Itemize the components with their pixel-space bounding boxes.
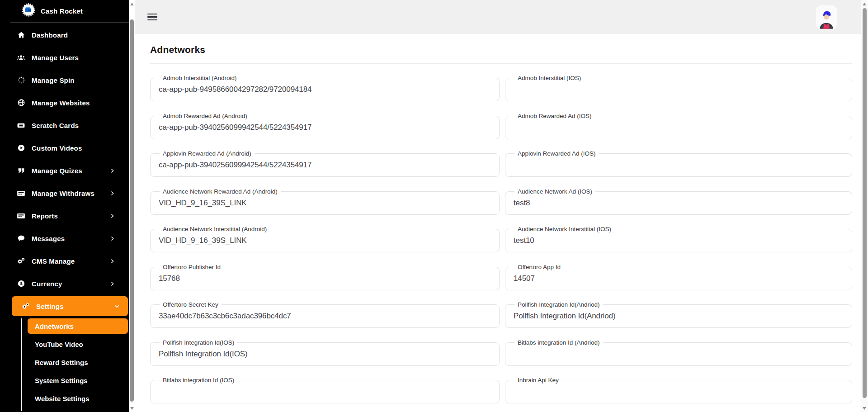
sidebar-item-settings[interactable]: Settings	[12, 296, 128, 316]
input-field-admob-rewarded-ad-android[interactable]: Admob Rewarded Ad (Android)ca-app-pub-39…	[150, 116, 500, 139]
sidebar-item-manage-quizes[interactable]: Manage Quizes	[0, 159, 129, 182]
field-label: Admob Interstitial (IOS)	[514, 74, 584, 82]
chevron-right-icon	[109, 213, 115, 219]
input-field-offertoro-app-id[interactable]: Offertoro App Id14507	[505, 267, 852, 290]
field-label: Audience Network Interstitial (IOS)	[514, 225, 614, 233]
top-header	[135, 0, 861, 34]
globe-icon	[16, 99, 26, 107]
page-scrollbar[interactable]	[861, 0, 868, 412]
form-column-right: Admob Interstitial (IOS)Admob Rewarded A…	[505, 78, 852, 403]
scroll-down-arrow-icon[interactable]	[130, 407, 134, 410]
sidebar-item-manage-users[interactable]: Manage Users	[0, 46, 129, 69]
sidebar: Cash Rocket DashboardManage UsersManage …	[0, 0, 129, 412]
sidebar-item-messages[interactable]: Messages	[0, 227, 129, 250]
ticket-icon	[16, 121, 26, 130]
quote-icon	[16, 166, 26, 175]
scroll-up-arrow-icon[interactable]	[130, 3, 134, 5]
sidebar-item-label: Scratch Cards	[32, 122, 79, 129]
field-label: Admob Rewarded Ad (Android)	[160, 112, 250, 120]
field-label: Bitlabs integration Id (Andriod)	[514, 339, 603, 347]
sidebar-item-label: Manage Users	[32, 54, 79, 62]
chevron-down-icon	[114, 303, 120, 309]
sidebar-item-reports[interactable]: Reports	[0, 204, 129, 227]
input-field-admob-rewarded-ad-ios[interactable]: Admob Rewarded Ad (IOS)	[505, 116, 852, 139]
brand[interactable]: Cash Rocket	[0, 0, 129, 22]
input-field-audience-network-interstitial-android[interactable]: Audience Network Interstitial (Android)V…	[150, 229, 500, 252]
field-label: Admob Rewarded Ad (IOS)	[514, 112, 595, 120]
input-field-offertoro-secret-key[interactable]: Offertoro Secret Key33ae40dc7b63c3cb6c3a…	[150, 304, 500, 328]
cogs-icon	[16, 257, 26, 265]
sidebar-menu: DashboardManage UsersManage SpinManage W…	[0, 24, 129, 316]
submenu-item-website-settings[interactable]: Website Settings	[0, 389, 129, 407]
page-title: Adnetworks	[150, 44, 861, 56]
input-field-bitlabs-integration-id-andriod[interactable]: Bitlabs integration Id (Andriod)	[505, 342, 852, 366]
money-check-icon	[16, 212, 26, 220]
chevron-right-icon	[109, 258, 115, 264]
person-avatar-icon	[817, 9, 835, 29]
field-label: Pollfish Integration Id(IOS)	[160, 339, 237, 347]
users-icon	[16, 53, 26, 62]
user-avatar[interactable]	[816, 5, 837, 29]
input-field-pollfish-integration-id-andriod[interactable]: Pollfish Integration Id(Andriod)Pollfish…	[505, 304, 852, 328]
field-label: Applovin Rewarded Ad (Android)	[160, 150, 255, 158]
submenu-item-label: Adnetworks	[35, 322, 74, 330]
sidebar-item-manage-spin[interactable]: Manage Spin	[0, 69, 129, 91]
input-field-admob-interstitial-android[interactable]: Admob Interstitial (Android)ca-app-pub-9…	[150, 78, 500, 101]
input-field-applovin-rewarded-ad-android[interactable]: Applovin Rewarded Ad (Android)ca-app-pub…	[150, 153, 500, 177]
main-area: Adnetworks Admob Interstitial (Android)c…	[135, 0, 861, 412]
sidebar-item-label: Manage Withdraws	[32, 189, 94, 197]
field-label: Applovin Rewarded Ad (IOS)	[514, 150, 599, 158]
submenu-item-system-settings[interactable]: System Settings	[0, 371, 129, 389]
input-field-applovin-rewarded-ad-ios[interactable]: Applovin Rewarded Ad (IOS)	[505, 153, 852, 177]
field-label: Offertoro Publisher Id	[160, 263, 224, 271]
input-field-audience-network-ad-ios[interactable]: Audience Network Ad (IOS)test8	[505, 191, 852, 215]
sidebar-scrollbar[interactable]	[129, 0, 135, 412]
submenu-item-youtube-video[interactable]: YouTube Video	[0, 335, 129, 353]
sidebar-item-custom-videos[interactable]: Custom Videos	[0, 137, 129, 159]
sidebar-item-currency[interactable]: $Currency	[0, 272, 129, 295]
brand-name: Cash Rocket	[41, 7, 83, 15]
sidebar-item-label: Custom Videos	[32, 144, 82, 152]
sidebar-item-label: Currency	[32, 280, 62, 288]
submenu-item-label: Reward Settings	[35, 359, 88, 366]
page-content: Adnetworks Admob Interstitial (Android)c…	[135, 34, 861, 403]
form-column-left: Admob Interstitial (Android)ca-app-pub-9…	[150, 78, 500, 403]
title-divider	[150, 63, 852, 64]
svg-text:$: $	[20, 281, 23, 286]
input-field-offertoro-publisher-id[interactable]: Offertoro Publisher Id15768	[150, 267, 500, 290]
chevron-right-icon	[109, 281, 115, 287]
sidebar-scrollbar-thumb[interactable]	[130, 19, 134, 402]
input-field-audience-network-rewarded-ad-android[interactable]: Audience Network Rewarded Ad (Android)VI…	[150, 191, 500, 215]
field-label: Bitlabs integration Id (IOS)	[160, 376, 237, 384]
field-label: Inbrain Api Key	[514, 376, 562, 384]
sidebar-item-scratch-cards[interactable]: Scratch Cards	[0, 114, 129, 137]
scroll-up-arrow-icon[interactable]	[863, 3, 866, 5]
money-check-icon	[16, 189, 26, 198]
submenu-item-label: System Settings	[35, 377, 88, 384]
page-scrollbar-thumb[interactable]	[863, 8, 867, 398]
sidebar-item-cms-manage[interactable]: CMS Manage	[0, 250, 129, 272]
settings-submenu: AdnetworksYouTube VideoReward SettingsSy…	[0, 318, 129, 407]
submenu-item-adnetworks[interactable]: Adnetworks	[28, 318, 128, 334]
sidebar-item-manage-withdraws[interactable]: Manage Withdraws	[0, 182, 129, 204]
hamburger-menu-button[interactable]	[146, 10, 159, 24]
spinner-icon	[16, 76, 26, 84]
input-field-inbrain-api-key[interactable]: Inbrain Api Key	[505, 380, 852, 403]
chevron-right-icon	[109, 190, 115, 196]
adnetworks-form: Admob Interstitial (Android)ca-app-pub-9…	[150, 78, 861, 403]
input-field-audience-network-interstitial-ios[interactable]: Audience Network Interstitial (IOS)test1…	[505, 229, 852, 252]
input-field-pollfish-integration-id-ios[interactable]: Pollfish Integration Id(IOS)Pollfish Int…	[150, 342, 500, 366]
dollar-circle-icon: $	[16, 279, 26, 288]
scroll-down-arrow-icon[interactable]	[863, 407, 866, 410]
input-field-bitlabs-integration-id-ios[interactable]: Bitlabs integration Id (IOS)	[150, 380, 500, 403]
sidebar-divider	[10, 22, 129, 23]
sidebar-item-label: Reports	[32, 212, 58, 220]
submenu-item-reward-settings[interactable]: Reward Settings	[0, 353, 129, 371]
submenu-item-label: YouTube Video	[35, 341, 83, 348]
chevron-right-icon	[109, 236, 115, 242]
sidebar-item-manage-websites[interactable]: Manage Websites	[0, 91, 129, 114]
submenu-item-label: Website Settings	[35, 395, 90, 403]
sidebar-item-dashboard[interactable]: Dashboard	[0, 24, 129, 46]
field-label: Pollfish Integration Id(Andriod)	[514, 301, 603, 309]
input-field-admob-interstitial-ios[interactable]: Admob Interstitial (IOS)	[505, 78, 852, 101]
